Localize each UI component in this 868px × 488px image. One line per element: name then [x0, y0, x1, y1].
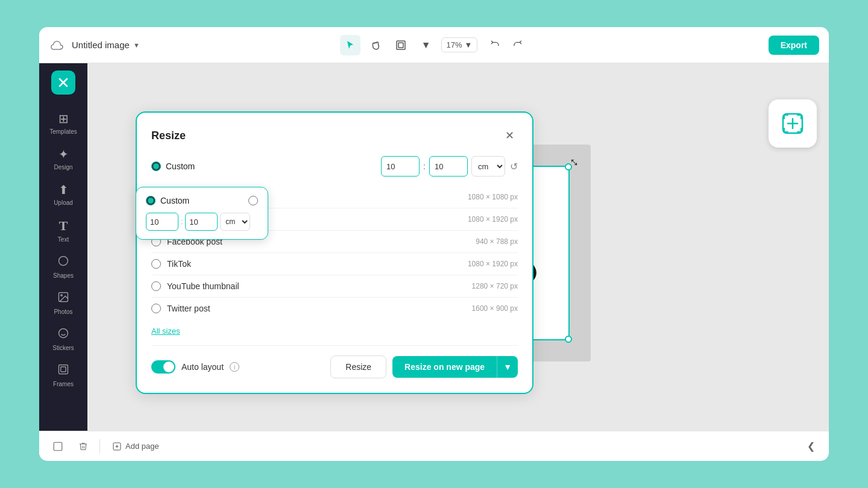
resize-on-new-page-button[interactable]: Resize on new page ▼ — [392, 356, 518, 378]
sidebar-item-frames[interactable]: Frames — [43, 358, 84, 392]
undo-button[interactable] — [485, 35, 505, 55]
tiktok-dims: 1080 × 1920 px — [468, 260, 518, 268]
sub-width-input[interactable] — [146, 213, 178, 231]
templates-label: Templates — [49, 128, 77, 135]
sub-dialog-custom-row: Custom — [146, 196, 258, 205]
design-label: Design — [54, 164, 72, 170]
dialog-close-button[interactable]: ✕ — [501, 127, 518, 144]
svg-rect-15 — [54, 442, 62, 451]
auto-layout-info-icon[interactable]: i — [230, 362, 239, 372]
delete-page-button[interactable] — [74, 437, 92, 455]
sidebar: ⊞ Templates ✦ Design ⬆ Upload T Text Sha… — [39, 63, 87, 431]
zoom-chevron-icon: ▼ — [465, 40, 473, 49]
undo-redo-group — [485, 35, 528, 55]
resize-dialog: Resize ✕ Custom : — [136, 111, 533, 394]
sub-other-radio[interactable] — [248, 196, 258, 205]
dimension-separator: : — [423, 161, 426, 171]
shapes-label: Shapes — [53, 272, 74, 279]
facebook-post-dims: 940 × 788 px — [476, 237, 518, 246]
svg-rect-8 — [59, 365, 68, 374]
auto-layout-row: Auto layout i Resize Resize on new page … — [151, 345, 518, 378]
frame-tool-button[interactable] — [391, 35, 411, 55]
sidebar-item-text[interactable]: T Text — [43, 213, 84, 248]
frames-label: Frames — [53, 381, 74, 387]
pan-tool-button[interactable] — [365, 35, 386, 55]
custom-radio-label[interactable]: Custom — [151, 161, 195, 171]
auto-layout-toggle[interactable] — [151, 360, 175, 374]
app-logo[interactable] — [51, 70, 75, 95]
stickers-label: Stickers — [52, 345, 74, 351]
photos-label: Photos — [54, 308, 72, 315]
size-item-tiktok[interactable]: TikTok 1080 × 1920 px — [151, 252, 518, 275]
sub-custom-radio[interactable] — [146, 196, 156, 205]
twitter-radio[interactable] — [151, 304, 161, 313]
sub-height-input[interactable] — [185, 213, 218, 231]
size-item-twitter[interactable]: Twitter post 1600 × 900 px — [151, 297, 518, 319]
sidebar-item-design[interactable]: ✦ Design — [43, 142, 84, 175]
doc-title[interactable]: Untitled image ▼ — [72, 40, 140, 50]
shapes-icon — [57, 255, 69, 270]
sub-dialog: Custom : cm px in mm — [136, 187, 268, 240]
chevron-down-icon: ▼ — [133, 42, 140, 49]
bottom-bar: Add page ❮ — [39, 431, 829, 461]
resize-new-page-label: Resize on new page — [392, 356, 497, 378]
text-label: Text — [58, 236, 69, 243]
sidebar-item-upload[interactable]: ⬆ Upload — [43, 178, 84, 211]
refresh-button[interactable]: ↺ — [510, 161, 518, 172]
cloud-icon — [49, 37, 66, 54]
all-sizes-link[interactable]: All sizes — [151, 327, 518, 336]
resize-icon-button[interactable] — [769, 99, 817, 148]
photos-icon — [57, 291, 69, 306]
unit-select[interactable]: cm px in mm — [471, 156, 505, 177]
sub-dimension-inputs: : cm px in mm — [146, 213, 258, 231]
sub-colon-separator: : — [181, 217, 183, 226]
instagram-story-dims: 1080 × 1920 px — [468, 215, 518, 224]
toolbar: ▼ 17% ▼ — [340, 35, 478, 55]
youtube-radio[interactable] — [151, 281, 161, 291]
add-page-button[interactable]: Add page — [107, 439, 164, 454]
zoom-control[interactable]: 17% ▼ — [441, 37, 478, 52]
custom-size-row: Custom : cm px in mm — [151, 156, 518, 177]
upload-label: Upload — [54, 199, 73, 206]
width-input[interactable] — [381, 156, 420, 177]
top-bar-right: Export — [535, 36, 819, 55]
svg-rect-1 — [398, 43, 403, 48]
add-page-label: Add page — [125, 442, 159, 451]
svg-point-5 — [59, 329, 68, 338]
frame-chevron-button[interactable]: ▼ — [416, 35, 436, 55]
tiktok-name: TikTok — [167, 259, 468, 269]
sub-unit-select[interactable]: cm px in mm — [220, 213, 250, 231]
frames-icon — [57, 363, 69, 378]
resize-button[interactable]: Resize — [330, 355, 386, 378]
main-area: ⊞ Templates ✦ Design ⬆ Upload T Text Sha… — [39, 63, 829, 431]
scroll-right-button[interactable]: ❮ — [802, 438, 819, 455]
page-thumbnail-button[interactable] — [49, 437, 67, 455]
doc-title-text: Untitled image — [72, 40, 130, 50]
export-button[interactable]: Export — [769, 36, 819, 55]
size-item-youtube[interactable]: YouTube thumbnail 1280 × 720 px — [151, 275, 518, 297]
redo-button[interactable] — [508, 35, 528, 55]
select-tool-button[interactable] — [340, 35, 360, 55]
svg-rect-0 — [397, 41, 405, 49]
sidebar-item-shapes[interactable]: Shapes — [43, 250, 84, 284]
sidebar-item-photos[interactable]: Photos — [43, 286, 84, 320]
svg-rect-9 — [61, 367, 66, 372]
design-icon: ✦ — [58, 147, 69, 161]
top-bar-left: Untitled image ▼ — [49, 37, 333, 54]
resize-new-page-chevron-icon[interactable]: ▼ — [497, 356, 518, 378]
twitter-name: Twitter post — [167, 304, 472, 313]
auto-layout-label: Auto layout — [181, 362, 224, 372]
tiktok-radio[interactable] — [151, 259, 161, 269]
sidebar-item-stickers[interactable]: Stickers — [43, 322, 84, 356]
custom-radio-input[interactable] — [151, 161, 161, 171]
dialog-header: Resize ✕ — [151, 127, 518, 144]
svg-point-2 — [59, 257, 68, 266]
svg-point-4 — [61, 295, 63, 296]
handle-bottom-right[interactable] — [565, 336, 572, 343]
dimension-inputs: : cm px in mm — [381, 156, 505, 177]
height-input[interactable] — [429, 156, 468, 177]
sidebar-item-templates[interactable]: ⊞ Templates — [43, 107, 84, 140]
app-window: Untitled image ▼ ▼ 17% ▼ — [39, 27, 829, 461]
text-icon: T — [59, 218, 68, 234]
top-bar: Untitled image ▼ ▼ 17% ▼ — [39, 27, 829, 63]
